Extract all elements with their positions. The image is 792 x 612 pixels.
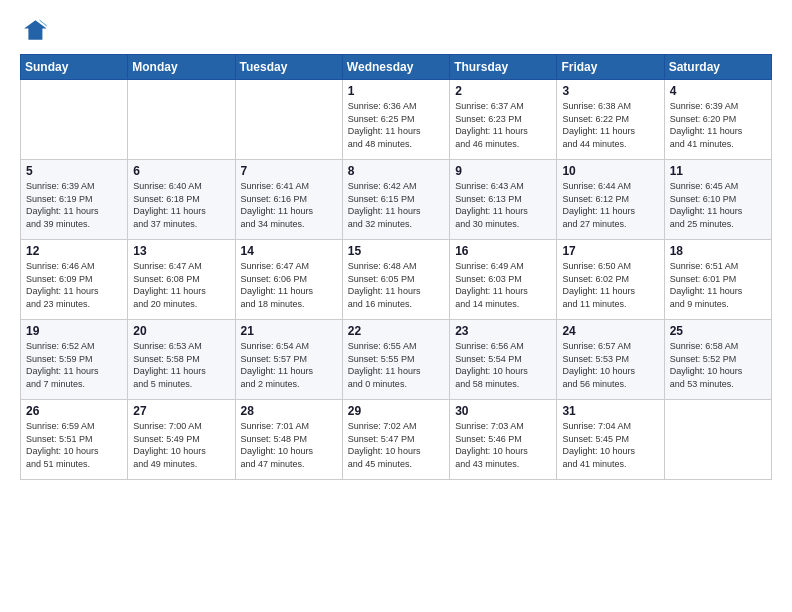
weekday-header: Wednesday xyxy=(342,55,449,80)
logo xyxy=(20,16,52,44)
calendar-cell: 10Sunrise: 6:44 AM Sunset: 6:12 PM Dayli… xyxy=(557,160,664,240)
calendar: SundayMondayTuesdayWednesdayThursdayFrid… xyxy=(20,54,772,480)
calendar-cell: 29Sunrise: 7:02 AM Sunset: 5:47 PM Dayli… xyxy=(342,400,449,480)
calendar-cell: 24Sunrise: 6:57 AM Sunset: 5:53 PM Dayli… xyxy=(557,320,664,400)
calendar-cell: 8Sunrise: 6:42 AM Sunset: 6:15 PM Daylig… xyxy=(342,160,449,240)
calendar-cell: 13Sunrise: 6:47 AM Sunset: 6:08 PM Dayli… xyxy=(128,240,235,320)
calendar-cell: 2Sunrise: 6:37 AM Sunset: 6:23 PM Daylig… xyxy=(450,80,557,160)
day-number: 4 xyxy=(670,84,766,98)
calendar-cell: 5Sunrise: 6:39 AM Sunset: 6:19 PM Daylig… xyxy=(21,160,128,240)
day-info: Sunrise: 7:03 AM Sunset: 5:46 PM Dayligh… xyxy=(455,420,551,470)
logo-icon xyxy=(20,16,48,44)
day-info: Sunrise: 6:58 AM Sunset: 5:52 PM Dayligh… xyxy=(670,340,766,390)
calendar-cell: 9Sunrise: 6:43 AM Sunset: 6:13 PM Daylig… xyxy=(450,160,557,240)
weekday-header: Tuesday xyxy=(235,55,342,80)
day-number: 20 xyxy=(133,324,229,338)
calendar-cell: 18Sunrise: 6:51 AM Sunset: 6:01 PM Dayli… xyxy=(664,240,771,320)
day-info: Sunrise: 6:47 AM Sunset: 6:06 PM Dayligh… xyxy=(241,260,337,310)
calendar-cell: 6Sunrise: 6:40 AM Sunset: 6:18 PM Daylig… xyxy=(128,160,235,240)
day-info: Sunrise: 7:00 AM Sunset: 5:49 PM Dayligh… xyxy=(133,420,229,470)
day-info: Sunrise: 6:55 AM Sunset: 5:55 PM Dayligh… xyxy=(348,340,444,390)
day-number: 1 xyxy=(348,84,444,98)
day-info: Sunrise: 6:59 AM Sunset: 5:51 PM Dayligh… xyxy=(26,420,122,470)
day-number: 21 xyxy=(241,324,337,338)
day-info: Sunrise: 6:54 AM Sunset: 5:57 PM Dayligh… xyxy=(241,340,337,390)
day-number: 2 xyxy=(455,84,551,98)
calendar-week-row: 5Sunrise: 6:39 AM Sunset: 6:19 PM Daylig… xyxy=(21,160,772,240)
weekday-header: Friday xyxy=(557,55,664,80)
day-number: 24 xyxy=(562,324,658,338)
calendar-cell: 11Sunrise: 6:45 AM Sunset: 6:10 PM Dayli… xyxy=(664,160,771,240)
day-number: 27 xyxy=(133,404,229,418)
day-info: Sunrise: 6:43 AM Sunset: 6:13 PM Dayligh… xyxy=(455,180,551,230)
day-number: 3 xyxy=(562,84,658,98)
page-header xyxy=(20,16,772,44)
calendar-cell: 14Sunrise: 6:47 AM Sunset: 6:06 PM Dayli… xyxy=(235,240,342,320)
calendar-cell: 23Sunrise: 6:56 AM Sunset: 5:54 PM Dayli… xyxy=(450,320,557,400)
calendar-cell: 26Sunrise: 6:59 AM Sunset: 5:51 PM Dayli… xyxy=(21,400,128,480)
day-info: Sunrise: 6:40 AM Sunset: 6:18 PM Dayligh… xyxy=(133,180,229,230)
calendar-cell: 17Sunrise: 6:50 AM Sunset: 6:02 PM Dayli… xyxy=(557,240,664,320)
day-number: 13 xyxy=(133,244,229,258)
calendar-cell: 7Sunrise: 6:41 AM Sunset: 6:16 PM Daylig… xyxy=(235,160,342,240)
day-info: Sunrise: 6:53 AM Sunset: 5:58 PM Dayligh… xyxy=(133,340,229,390)
calendar-week-row: 12Sunrise: 6:46 AM Sunset: 6:09 PM Dayli… xyxy=(21,240,772,320)
weekday-header: Saturday xyxy=(664,55,771,80)
calendar-cell: 30Sunrise: 7:03 AM Sunset: 5:46 PM Dayli… xyxy=(450,400,557,480)
calendar-cell: 25Sunrise: 6:58 AM Sunset: 5:52 PM Dayli… xyxy=(664,320,771,400)
calendar-cell: 1Sunrise: 6:36 AM Sunset: 6:25 PM Daylig… xyxy=(342,80,449,160)
weekday-header: Monday xyxy=(128,55,235,80)
day-info: Sunrise: 7:01 AM Sunset: 5:48 PM Dayligh… xyxy=(241,420,337,470)
day-number: 22 xyxy=(348,324,444,338)
day-number: 6 xyxy=(133,164,229,178)
day-info: Sunrise: 6:45 AM Sunset: 6:10 PM Dayligh… xyxy=(670,180,766,230)
calendar-cell: 19Sunrise: 6:52 AM Sunset: 5:59 PM Dayli… xyxy=(21,320,128,400)
calendar-cell: 22Sunrise: 6:55 AM Sunset: 5:55 PM Dayli… xyxy=(342,320,449,400)
day-info: Sunrise: 6:46 AM Sunset: 6:09 PM Dayligh… xyxy=(26,260,122,310)
day-info: Sunrise: 6:48 AM Sunset: 6:05 PM Dayligh… xyxy=(348,260,444,310)
day-info: Sunrise: 6:39 AM Sunset: 6:19 PM Dayligh… xyxy=(26,180,122,230)
day-info: Sunrise: 6:47 AM Sunset: 6:08 PM Dayligh… xyxy=(133,260,229,310)
day-number: 15 xyxy=(348,244,444,258)
day-number: 29 xyxy=(348,404,444,418)
day-number: 12 xyxy=(26,244,122,258)
day-info: Sunrise: 6:49 AM Sunset: 6:03 PM Dayligh… xyxy=(455,260,551,310)
calendar-cell: 16Sunrise: 6:49 AM Sunset: 6:03 PM Dayli… xyxy=(450,240,557,320)
calendar-cell xyxy=(21,80,128,160)
calendar-cell: 20Sunrise: 6:53 AM Sunset: 5:58 PM Dayli… xyxy=(128,320,235,400)
day-number: 16 xyxy=(455,244,551,258)
day-number: 25 xyxy=(670,324,766,338)
day-number: 14 xyxy=(241,244,337,258)
day-number: 7 xyxy=(241,164,337,178)
day-info: Sunrise: 6:37 AM Sunset: 6:23 PM Dayligh… xyxy=(455,100,551,150)
day-number: 19 xyxy=(26,324,122,338)
day-info: Sunrise: 6:52 AM Sunset: 5:59 PM Dayligh… xyxy=(26,340,122,390)
day-info: Sunrise: 6:39 AM Sunset: 6:20 PM Dayligh… xyxy=(670,100,766,150)
calendar-week-row: 19Sunrise: 6:52 AM Sunset: 5:59 PM Dayli… xyxy=(21,320,772,400)
calendar-cell: 27Sunrise: 7:00 AM Sunset: 5:49 PM Dayli… xyxy=(128,400,235,480)
calendar-cell: 31Sunrise: 7:04 AM Sunset: 5:45 PM Dayli… xyxy=(557,400,664,480)
calendar-cell: 3Sunrise: 6:38 AM Sunset: 6:22 PM Daylig… xyxy=(557,80,664,160)
day-number: 10 xyxy=(562,164,658,178)
calendar-cell xyxy=(128,80,235,160)
day-number: 30 xyxy=(455,404,551,418)
day-info: Sunrise: 7:04 AM Sunset: 5:45 PM Dayligh… xyxy=(562,420,658,470)
day-info: Sunrise: 6:44 AM Sunset: 6:12 PM Dayligh… xyxy=(562,180,658,230)
calendar-cell: 21Sunrise: 6:54 AM Sunset: 5:57 PM Dayli… xyxy=(235,320,342,400)
day-info: Sunrise: 6:36 AM Sunset: 6:25 PM Dayligh… xyxy=(348,100,444,150)
calendar-cell: 4Sunrise: 6:39 AM Sunset: 6:20 PM Daylig… xyxy=(664,80,771,160)
calendar-cell: 28Sunrise: 7:01 AM Sunset: 5:48 PM Dayli… xyxy=(235,400,342,480)
day-info: Sunrise: 6:41 AM Sunset: 6:16 PM Dayligh… xyxy=(241,180,337,230)
day-info: Sunrise: 6:50 AM Sunset: 6:02 PM Dayligh… xyxy=(562,260,658,310)
day-number: 9 xyxy=(455,164,551,178)
day-number: 31 xyxy=(562,404,658,418)
day-info: Sunrise: 6:56 AM Sunset: 5:54 PM Dayligh… xyxy=(455,340,551,390)
day-info: Sunrise: 6:38 AM Sunset: 6:22 PM Dayligh… xyxy=(562,100,658,150)
calendar-week-row: 26Sunrise: 6:59 AM Sunset: 5:51 PM Dayli… xyxy=(21,400,772,480)
day-number: 5 xyxy=(26,164,122,178)
day-info: Sunrise: 6:57 AM Sunset: 5:53 PM Dayligh… xyxy=(562,340,658,390)
calendar-cell xyxy=(664,400,771,480)
day-number: 28 xyxy=(241,404,337,418)
weekday-header-row: SundayMondayTuesdayWednesdayThursdayFrid… xyxy=(21,55,772,80)
calendar-cell: 12Sunrise: 6:46 AM Sunset: 6:09 PM Dayli… xyxy=(21,240,128,320)
